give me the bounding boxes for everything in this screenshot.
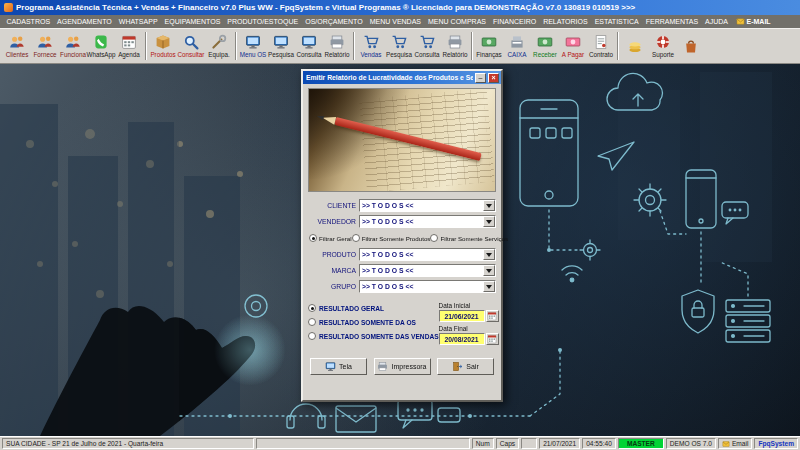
menu-item-os-orcamento[interactable]: OS/ORÇAMENTO bbox=[302, 18, 366, 25]
status-email[interactable]: Email bbox=[718, 438, 753, 449]
toolbar-button-consulta-os[interactable]: Consulta bbox=[295, 30, 323, 63]
status-time: 04:55:40 bbox=[582, 438, 616, 449]
filter-radio-group: Filtrar Geral Filtrar Somente Produtos F… bbox=[308, 234, 496, 242]
toolbar-button-pesquisa-vendas[interactable]: Pesquisa bbox=[385, 30, 413, 63]
mail-icon bbox=[736, 17, 745, 26]
vendedor-label: VENDEDOR bbox=[308, 218, 356, 225]
data-final-input[interactable] bbox=[439, 333, 485, 345]
box-icon bbox=[155, 34, 171, 50]
radio-icon bbox=[352, 234, 360, 242]
radio-label: RESULTADO SOMENTE DA OS bbox=[319, 319, 416, 326]
radio-icon bbox=[308, 318, 316, 326]
menu-item-equipamentos[interactable]: EQUIPAMENTOS bbox=[161, 18, 224, 25]
radio-resultado-geral[interactable]: RESULTADO GERAL bbox=[308, 304, 439, 312]
printer-icon bbox=[377, 361, 388, 372]
menu-item-produto-estoque[interactable]: PRODUTO/ESTOQUE bbox=[224, 18, 302, 25]
tools-icon bbox=[211, 34, 227, 50]
radio-icon bbox=[309, 234, 317, 242]
dialog-titlebar[interactable]: Emitir Relatório de Lucratividade dos Pr… bbox=[303, 71, 501, 84]
menu-item-whatsapp[interactable]: WHATSAPP bbox=[115, 18, 161, 25]
produto-value: >> T O D O S << bbox=[360, 249, 483, 260]
toolbar-button-coins[interactable] bbox=[621, 30, 649, 63]
grupo-value: >> T O D O S << bbox=[360, 281, 483, 292]
vendedor-combobox[interactable]: >> T O D O S << bbox=[359, 215, 496, 228]
cliente-value: >> T O D O S << bbox=[360, 200, 483, 211]
menu-item-ferramentas[interactable]: FERRAMENTAS bbox=[642, 18, 701, 25]
toolbar-button-vendas[interactable]: Vendas bbox=[357, 30, 385, 63]
tela-button[interactable]: Tela bbox=[310, 358, 367, 375]
toolbar-separator bbox=[235, 32, 237, 60]
menu-item-relatorios[interactable]: RELATORIOS bbox=[540, 18, 591, 25]
app-window: Programa Assistência Técnica + Vendas + … bbox=[0, 0, 800, 450]
calendar-icon[interactable] bbox=[486, 310, 499, 322]
close-icon[interactable]: × bbox=[488, 73, 499, 83]
status-brand[interactable]: FpqSystem bbox=[754, 438, 798, 449]
radio-icon bbox=[308, 304, 316, 312]
toolbar-button-fornecedores[interactable]: Fornece bbox=[31, 30, 59, 63]
toolbar-button-a-pagar[interactable]: A Pagar bbox=[559, 30, 587, 63]
toolbar-button-funcionarios[interactable]: Funciona bbox=[59, 30, 87, 63]
monitor-icon bbox=[325, 361, 336, 372]
money-icon bbox=[537, 34, 553, 50]
radio-resultado-somente-os[interactable]: RESULTADO SOMENTE DA OS bbox=[308, 318, 439, 326]
chevron-down-icon[interactable] bbox=[483, 281, 495, 292]
menu-item-estatistica[interactable]: ESTATISTICA bbox=[591, 18, 642, 25]
toolbar-button-relatorio-vendas[interactable]: Relatório bbox=[441, 30, 469, 63]
toolbar-button-consultar-produtos[interactable]: Consultar bbox=[177, 30, 205, 63]
menu-item-financeiro[interactable]: FINANCEIRO bbox=[489, 18, 539, 25]
grupo-combobox[interactable]: >> T O D O S << bbox=[359, 280, 496, 293]
toolbar-button-equipamentos[interactable]: Equipa. bbox=[205, 30, 233, 63]
menu-item-cadastros[interactable]: CADASTROS bbox=[3, 18, 54, 25]
toolbar-button-receber[interactable]: Receber bbox=[531, 30, 559, 63]
radio-resultado-somente-vendas[interactable]: RESULTADO SOMENTE DAS VENDAS bbox=[308, 332, 439, 340]
toolbar-button-clientes[interactable]: Clientes bbox=[3, 30, 31, 63]
toolbar-button-consulta-vendas[interactable]: Consulta bbox=[413, 30, 441, 63]
radio-label: Filtrar Geral bbox=[319, 235, 352, 242]
bg-wifi-icon bbox=[562, 266, 582, 282]
radio-filtrar-geral[interactable]: Filtrar Geral bbox=[309, 234, 352, 242]
toolbar-button-pesquisa-os[interactable]: Pesquisa bbox=[267, 30, 295, 63]
dialog-title: Emitir Relatório de Lucratividade dos Pr… bbox=[306, 74, 473, 81]
toolbar-separator bbox=[145, 32, 147, 60]
menu-item-agendamento[interactable]: AGENDAMENTO bbox=[54, 18, 116, 25]
cliente-combobox[interactable]: >> T O D O S << bbox=[359, 199, 496, 212]
radio-filtrar-somente-servicos[interactable]: Filtrar Somente Serviços bbox=[430, 234, 508, 242]
toolbar-button-bag[interactable] bbox=[677, 30, 705, 63]
bg-shield-lock-icon bbox=[682, 290, 714, 333]
cash-register-icon bbox=[509, 34, 525, 50]
menu-email-label: E-MAIL bbox=[747, 18, 771, 25]
toolbar-button-produtos[interactable]: Produtos bbox=[149, 30, 177, 63]
sair-button[interactable]: Sair bbox=[437, 358, 494, 375]
chevron-down-icon[interactable] bbox=[483, 216, 495, 227]
menu-item-ajuda[interactable]: AJUDA bbox=[702, 18, 732, 25]
toolbar-button-agenda[interactable]: Agenda bbox=[115, 30, 143, 63]
chevron-down-icon[interactable] bbox=[483, 200, 495, 211]
produto-combobox[interactable]: >> T O D O S << bbox=[359, 248, 496, 261]
toolbar-button-caixa[interactable]: CAIXA bbox=[503, 30, 531, 63]
whatsapp-phone-icon bbox=[93, 34, 109, 50]
data-inicial-label: Data Inicial bbox=[439, 302, 503, 309]
impressora-button[interactable]: Impressora bbox=[374, 358, 431, 375]
exit-door-icon bbox=[452, 361, 463, 372]
calendar-icon[interactable] bbox=[486, 333, 499, 345]
app-titlebar: Programa Assistência Técnica + Vendas + … bbox=[0, 0, 800, 15]
result-radio-group: RESULTADO GERAL RESULTADO SOMENTE DA OS … bbox=[308, 302, 439, 348]
menu-item-email[interactable]: E-MAIL bbox=[732, 17, 775, 26]
menu-item-menu-vendas[interactable]: MENU VENDAS bbox=[366, 18, 424, 25]
toolbar-button-financas[interactable]: Finanças bbox=[475, 30, 503, 63]
chevron-down-icon[interactable] bbox=[483, 249, 495, 260]
sair-button-label: Sair bbox=[466, 363, 478, 370]
toolbar-button-relatorio-os[interactable]: Relatório bbox=[323, 30, 351, 63]
menubar: CADASTROS AGENDAMENTO WHATSAPP EQUIPAMEN… bbox=[0, 15, 800, 28]
chevron-down-icon[interactable] bbox=[483, 265, 495, 276]
radio-filtrar-somente-produtos[interactable]: Filtrar Somente Produtos bbox=[352, 234, 431, 242]
toolbar-button-suporte[interactable]: Suporte bbox=[649, 30, 677, 63]
menu-item-menu-compras[interactable]: MENU COMPRAS bbox=[425, 18, 490, 25]
minimize-button[interactable]: – bbox=[475, 73, 486, 83]
toolbar-button-menu-os[interactable]: Menu OS bbox=[239, 30, 267, 63]
toolbar-button-whatsapp[interactable]: WhatsApp bbox=[87, 30, 115, 63]
toolbar-button-contrato[interactable]: Contrato bbox=[587, 30, 615, 63]
data-inicial-input[interactable] bbox=[439, 310, 485, 322]
marca-combobox[interactable]: >> T O D O S << bbox=[359, 264, 496, 277]
bg-small-gear-icon bbox=[580, 240, 600, 260]
